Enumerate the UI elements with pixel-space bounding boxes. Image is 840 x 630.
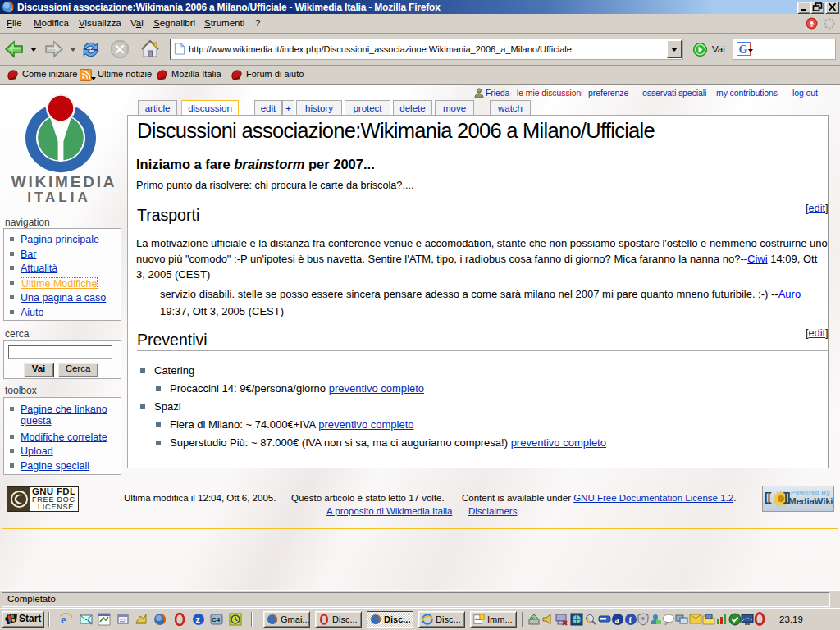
svg-text:a: a — [615, 615, 619, 624]
svg-text:C4: C4 — [212, 616, 221, 623]
svg-text:z: z — [196, 614, 201, 624]
svg-text:f: f — [629, 614, 632, 624]
svg-text:G: G — [739, 43, 748, 56]
